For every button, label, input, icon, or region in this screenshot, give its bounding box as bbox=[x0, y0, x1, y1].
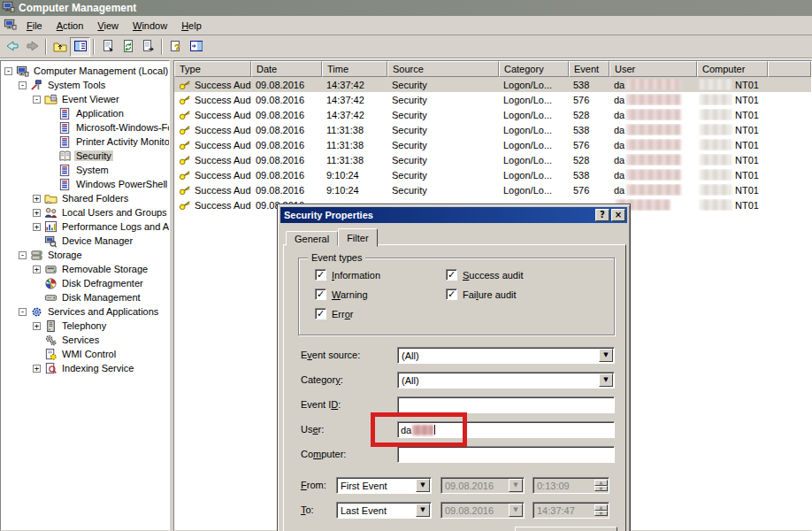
tree-expander[interactable]: + bbox=[33, 322, 41, 330]
column-header-user[interactable]: User bbox=[609, 61, 697, 77]
chevron-down-icon[interactable]: ▼ bbox=[416, 504, 430, 517]
window-titlebar[interactable]: Computer Management bbox=[0, 0, 812, 16]
chevron-down-icon[interactable]: ▼ bbox=[599, 373, 613, 387]
tree-expander[interactable]: + bbox=[33, 266, 41, 273]
tab-filter[interactable]: Filter bbox=[338, 228, 377, 247]
event-row[interactable]: Success Audit09.08.201614:37:42SecurityL… bbox=[174, 92, 811, 107]
export-list-button[interactable] bbox=[138, 37, 158, 57]
annotation-highlight-box bbox=[371, 412, 467, 447]
column-header-source[interactable]: Source bbox=[387, 61, 499, 77]
tree-item-printer-activity-monitor[interactable]: Printer Activity Monitor bbox=[1, 135, 169, 149]
event-row[interactable]: Success Audit09.08.201611:31:38SecurityL… bbox=[174, 152, 811, 167]
show-console-tree-button[interactable] bbox=[70, 37, 90, 57]
show-action-pane-button[interactable] bbox=[186, 37, 206, 57]
tree-item-security[interactable]: Security bbox=[1, 149, 169, 163]
column-header-time[interactable]: Time bbox=[322, 61, 387, 77]
tree-item-shared-folders[interactable]: +Shared Folders bbox=[1, 191, 169, 205]
tree-item-system-tools[interactable]: -System Tools bbox=[1, 78, 169, 92]
tools-icon bbox=[30, 79, 43, 92]
tree-item-event-viewer[interactable]: -Event Viewer bbox=[1, 92, 169, 106]
menu-window[interactable]: Window bbox=[126, 18, 174, 34]
menu-view[interactable]: View bbox=[90, 18, 126, 34]
tree-expander[interactable]: - bbox=[4, 67, 12, 75]
chevron-down-icon[interactable]: ▼ bbox=[599, 349, 613, 362]
restore-defaults-button[interactable] bbox=[515, 527, 617, 531]
tree-item-system[interactable]: System bbox=[1, 163, 169, 177]
cell-text: 538 bbox=[573, 80, 589, 90]
tree-expander[interactable]: - bbox=[33, 96, 41, 104]
tree-item-disk-management[interactable]: Disk Management bbox=[1, 290, 169, 304]
tree-item-local-users-and-groups[interactable]: +Local Users and Groups bbox=[1, 205, 169, 219]
tree-item-wmi-control[interactable]: WMI Control bbox=[1, 347, 169, 361]
computer-input[interactable] bbox=[397, 446, 615, 463]
help-button[interactable]: ? bbox=[165, 37, 186, 57]
column-header-event[interactable]: Event bbox=[569, 61, 609, 77]
tree-expander[interactable]: - bbox=[19, 81, 27, 89]
up-folder-button[interactable] bbox=[50, 37, 70, 57]
checkbox-success-audit[interactable]: ✓ bbox=[446, 269, 457, 281]
event-row[interactable]: Success Audit09.08.20169:10:24SecurityLo… bbox=[174, 182, 811, 197]
chevron-down-icon[interactable]: ▼ bbox=[416, 479, 430, 492]
combo-value: (All) bbox=[398, 375, 598, 386]
column-header-category[interactable]: Category bbox=[499, 61, 569, 77]
forward-arrow-button[interactable] bbox=[22, 37, 42, 57]
redaction-blur bbox=[626, 184, 681, 196]
dialog-help-button[interactable]: ? bbox=[595, 209, 609, 221]
time-value: 0:13:09 bbox=[533, 481, 594, 491]
refresh-button[interactable] bbox=[118, 37, 138, 57]
column-header-computer[interactable]: Computer bbox=[697, 61, 768, 77]
dialog-close-button[interactable]: × bbox=[611, 209, 625, 221]
menubar: FileActionViewWindowHelp bbox=[0, 16, 812, 35]
checkbox-error[interactable]: ✓ bbox=[315, 308, 326, 319]
event-id-input[interactable] bbox=[397, 396, 615, 413]
tree-item-services-and-applications[interactable]: -Services and Applications bbox=[1, 304, 169, 319]
tree-item-application[interactable]: Application bbox=[1, 106, 169, 120]
dialog-titlebar[interactable]: Security Properties ? × bbox=[280, 207, 627, 223]
tree-expander[interactable]: - bbox=[19, 308, 27, 316]
menu-file[interactable]: File bbox=[19, 18, 50, 34]
tree-expander[interactable]: + bbox=[33, 223, 41, 231]
event-row[interactable]: Success Audit09.08.201614:37:42SecurityL… bbox=[174, 77, 811, 92]
event-row[interactable]: Success Audit09.08.201611:31:38SecurityL… bbox=[174, 137, 811, 152]
tree-item-services[interactable]: Services bbox=[1, 333, 169, 347]
checkbox-label: Failure audit bbox=[463, 289, 517, 300]
tree-item-label: Security bbox=[74, 150, 113, 161]
tree-item-device-manager[interactable]: Device Manager bbox=[1, 234, 169, 248]
tree-item-indexing-service[interactable]: +Indexing Service bbox=[1, 361, 169, 375]
back-arrow-button[interactable] bbox=[2, 37, 22, 57]
tree-expander[interactable]: - bbox=[19, 251, 27, 259]
console-window-icon[interactable] bbox=[4, 18, 17, 33]
properties-button[interactable] bbox=[97, 37, 118, 57]
cell-text: Security bbox=[392, 80, 427, 90]
tree-item-microsoft-windows-forv[interactable]: Microsoft-Windows-Forv bbox=[1, 120, 169, 135]
event-source-select[interactable]: (All)▼ bbox=[397, 347, 615, 364]
checkbox-failure-audit[interactable]: ✓ bbox=[446, 289, 457, 300]
menu-action[interactable]: Action bbox=[50, 18, 91, 34]
tree-item-storage[interactable]: -Storage bbox=[1, 248, 169, 262]
cell-event: 576 bbox=[569, 140, 609, 150]
checkbox-warning[interactable]: ✓ bbox=[315, 289, 326, 300]
tree-expander[interactable]: + bbox=[33, 365, 41, 373]
tree-item-disk-defragmenter[interactable]: Disk Defragmenter bbox=[1, 276, 169, 290]
tree-item-computer-management-local[interactable]: -Computer Management (Local) bbox=[1, 64, 169, 78]
cell-text: 576 bbox=[573, 185, 589, 196]
event-row[interactable]: Success Audit09.08.201611:31:38SecurityL… bbox=[174, 122, 811, 137]
to-mode-select[interactable]: Last Event▼ bbox=[336, 502, 432, 519]
tree-expander[interactable]: + bbox=[33, 195, 41, 203]
tree-item-performance-logs-and-alerts[interactable]: +Performance Logs and Alerts bbox=[1, 219, 169, 234]
tab-general[interactable]: General bbox=[286, 231, 338, 246]
menu-help[interactable]: Help bbox=[174, 18, 209, 34]
tree-item-telephony[interactable]: +Telephony bbox=[1, 319, 169, 333]
cell-source: Security bbox=[387, 155, 499, 165]
checkbox-information[interactable]: ✓ bbox=[315, 269, 326, 281]
column-header-date[interactable]: Date bbox=[251, 61, 322, 77]
category-select[interactable]: (All)▼ bbox=[397, 372, 615, 389]
from-mode-select[interactable]: First Event▼ bbox=[336, 477, 432, 494]
cell-text: Success Audit bbox=[195, 170, 251, 181]
column-header-type[interactable]: Type bbox=[174, 61, 251, 77]
tree-item-removable-storage[interactable]: +Removable Storage bbox=[1, 262, 169, 276]
tree-expander[interactable]: + bbox=[33, 209, 41, 217]
tree-item-windows-powershell[interactable]: Windows PowerShell bbox=[1, 177, 169, 191]
event-row[interactable]: Success Audit09.08.20169:10:24SecurityLo… bbox=[174, 167, 811, 182]
event-row[interactable]: Success Audit09.08.201614:37:42SecurityL… bbox=[174, 107, 811, 122]
